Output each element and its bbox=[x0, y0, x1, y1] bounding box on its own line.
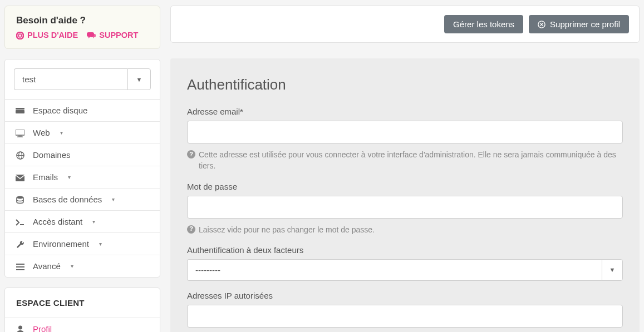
account-panel: test ▼ Espace disque Web ▾ Domaines Emai… bbox=[4, 59, 160, 278]
email-label: Adresse email* bbox=[187, 107, 623, 116]
svg-rect-15 bbox=[16, 269, 24, 270]
envelope-icon bbox=[15, 173, 25, 182]
caret-down-icon: ▾ bbox=[112, 196, 115, 202]
account-selector[interactable]: test ▼ bbox=[14, 68, 151, 90]
ips-group: Adresses IP autorisées ? Liste d'adresse… bbox=[187, 291, 623, 332]
manage-tokens-button[interactable]: Gérer les tokens bbox=[444, 15, 523, 33]
account-selector-value: test bbox=[14, 68, 127, 90]
client-title: ESPACE CLIENT bbox=[5, 288, 160, 318]
drive-icon bbox=[15, 106, 25, 115]
svg-point-0 bbox=[17, 32, 23, 39]
password-label: Mot de passe bbox=[187, 182, 623, 191]
help-panel: Besoin d'aide ? PLUS D'AIDE SUPPORT bbox=[4, 6, 160, 49]
twofa-group: Authentification à deux facteurs -------… bbox=[187, 245, 623, 281]
caret-down-icon: ▾ bbox=[68, 174, 71, 180]
sidebar-item-environment[interactable]: Environnement ▾ bbox=[5, 232, 160, 255]
globe-icon bbox=[15, 150, 25, 160]
help-icon: ? bbox=[187, 225, 195, 234]
email-group: Adresse email* ? Cette adresse est utili… bbox=[187, 107, 623, 172]
terminal-icon bbox=[15, 217, 25, 226]
svg-rect-3 bbox=[16, 108, 24, 110]
caret-down-icon: ▾ bbox=[71, 263, 73, 269]
email-help: Cette adresse est utilisée pour vous con… bbox=[199, 149, 623, 172]
twofa-selected: --------- bbox=[187, 259, 602, 281]
password-help: Laissez vide pour ne pas changer le mot … bbox=[199, 224, 375, 235]
svg-rect-10 bbox=[16, 175, 24, 181]
email-field[interactable] bbox=[187, 121, 623, 143]
ips-label: Adresses IP autorisées bbox=[187, 291, 623, 300]
svg-rect-14 bbox=[16, 266, 24, 267]
delete-profile-button[interactable]: Supprimer ce profil bbox=[529, 15, 629, 33]
caret-down-icon: ▾ bbox=[99, 241, 102, 247]
section-title: Authentification bbox=[187, 76, 623, 93]
main: Gérer les tokens Supprimer ce profil Aut… bbox=[170, 6, 640, 332]
svg-rect-4 bbox=[16, 130, 24, 135]
delete-icon bbox=[538, 20, 545, 29]
sidebar-item-domains[interactable]: Domaines bbox=[5, 143, 160, 166]
client-item-profil[interactable]: Profil bbox=[5, 318, 160, 332]
sidebar-item-databases[interactable]: Bases de données ▾ bbox=[5, 188, 160, 210]
ips-field[interactable] bbox=[187, 305, 623, 328]
chevron-down-icon: ▼ bbox=[602, 259, 623, 281]
sidebar-item-advanced[interactable]: Avancé ▾ bbox=[5, 255, 160, 277]
svg-point-11 bbox=[17, 196, 23, 199]
lifebuoy-icon bbox=[16, 31, 24, 39]
svg-point-1 bbox=[18, 34, 22, 37]
auth-section: Authentification Adresse email* ? Cette … bbox=[170, 58, 640, 332]
bars-icon bbox=[15, 262, 25, 271]
password-field[interactable] bbox=[187, 196, 623, 219]
twofa-select[interactable]: --------- ▼ bbox=[187, 259, 623, 281]
help-icon: ? bbox=[187, 150, 195, 158]
svg-rect-13 bbox=[16, 264, 24, 265]
svg-rect-6 bbox=[17, 136, 23, 137]
sidebar-item-disk[interactable]: Espace disque bbox=[5, 100, 160, 121]
svg-point-16 bbox=[18, 325, 22, 329]
help-title: Besoin d'aide ? bbox=[16, 15, 149, 26]
password-group: Mot de passe ? Laissez vide pour ne pas … bbox=[187, 182, 623, 235]
help-more-link[interactable]: PLUS D'AIDE bbox=[16, 31, 78, 39]
user-icon bbox=[15, 324, 25, 332]
help-support-link[interactable]: SUPPORT bbox=[87, 31, 138, 39]
caret-down-icon: ▾ bbox=[60, 130, 63, 136]
chat-icon bbox=[87, 31, 96, 39]
client-panel: ESPACE CLIENT Profil bbox=[4, 288, 160, 332]
sidebar: Besoin d'aide ? PLUS D'AIDE SUPPORT test… bbox=[4, 6, 160, 332]
caret-down-icon: ▾ bbox=[92, 219, 95, 225]
svg-rect-5 bbox=[18, 136, 22, 137]
display-icon bbox=[15, 128, 25, 137]
database-icon bbox=[15, 195, 25, 204]
twofa-label: Authentification à deux facteurs bbox=[187, 245, 623, 255]
wrench-icon bbox=[15, 239, 25, 249]
topbar: Gérer les tokens Supprimer ce profil bbox=[170, 6, 640, 43]
svg-rect-2 bbox=[16, 110, 24, 113]
chevron-down-icon: ▼ bbox=[127, 68, 151, 90]
sidebar-item-web[interactable]: Web ▾ bbox=[5, 121, 160, 143]
sidebar-item-emails[interactable]: Emails ▾ bbox=[5, 166, 160, 188]
sidebar-item-remote[interactable]: Accès distant ▾ bbox=[5, 210, 160, 232]
